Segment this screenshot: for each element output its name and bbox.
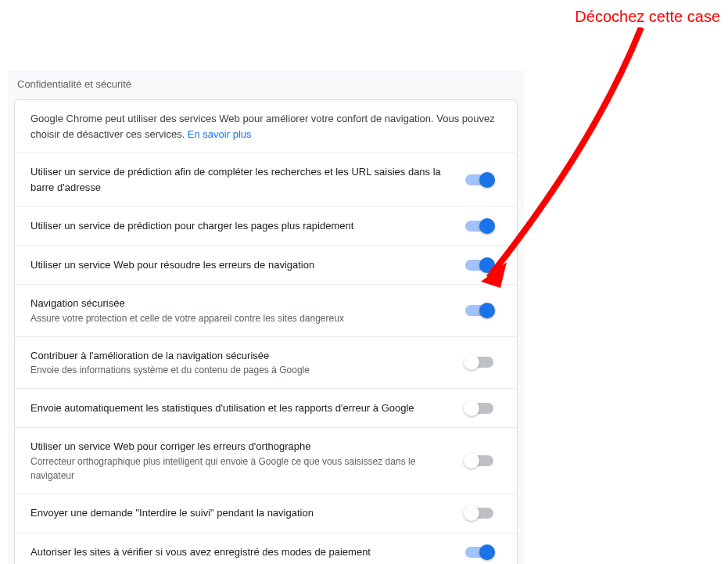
setting-title: Contribuer à l'amélioration de la naviga… (30, 348, 450, 364)
setting-title: Envoyer une demande "Interdire le suivi"… (30, 505, 450, 521)
setting-title: Utiliser un service de prédiction afin d… (30, 164, 450, 195)
setting-row-safe-browsing[interactable]: Navigation sécurisée Assure votre protec… (15, 285, 517, 337)
setting-desc: Assure votre protection et celle de votr… (30, 311, 450, 325)
setting-desc: Envoie des informations système et du co… (30, 363, 450, 377)
setting-title: Envoie automatiquement les statistiques … (30, 401, 450, 416)
setting-text: Utiliser un service Web pour corriger le… (30, 439, 465, 483)
toggle-safe-browsing[interactable] (465, 305, 493, 316)
setting-text: Utiliser un service de prédiction pour c… (30, 218, 465, 234)
toggle-spellcheck[interactable] (465, 455, 493, 466)
toggle-knob (479, 218, 495, 234)
section-title: Confidentialité et sécurité (8, 78, 524, 99)
toggle-payment-check[interactable] (465, 547, 493, 558)
toggle-improve-safe-browsing[interactable] (465, 357, 493, 368)
settings-panel: Confidentialité et sécurité Google Chrom… (8, 70, 524, 564)
setting-text: Autoriser les sites à vérifier si vous a… (30, 544, 465, 560)
setting-text: Contribuer à l'amélioration de la naviga… (30, 348, 465, 378)
toggle-knob (479, 544, 495, 560)
toggle-do-not-track[interactable] (465, 508, 493, 519)
annotation-text: Décochez cette case (575, 8, 720, 26)
setting-row-usage-stats[interactable]: Envoie automatiquement les statistiques … (15, 389, 517, 428)
setting-title: Utiliser un service Web pour corriger le… (30, 439, 450, 454)
setting-desc: Correcteur orthographique plus intellige… (30, 454, 450, 483)
intro-text: Google Chrome peut utiliser des services… (30, 113, 495, 140)
setting-text: Navigation sécurisée Assure votre protec… (30, 296, 465, 325)
setting-row-nav-errors[interactable]: Utiliser un service Web pour résoudre le… (15, 246, 517, 285)
setting-title: Navigation sécurisée (30, 296, 450, 311)
setting-text: Utiliser un service Web pour résoudre le… (30, 257, 465, 273)
setting-title: Autoriser les sites à vérifier si vous a… (30, 544, 450, 560)
toggle-knob (464, 453, 479, 469)
toggle-knob (464, 505, 479, 521)
toggle-knob (479, 303, 495, 318)
setting-title: Utiliser un service de prédiction pour c… (30, 218, 450, 234)
toggle-nav-errors[interactable] (465, 260, 493, 271)
setting-row-prediction-pages[interactable]: Utiliser un service de prédiction pour c… (15, 207, 517, 246)
toggle-knob (464, 401, 479, 416)
setting-row-prediction-url[interactable]: Utiliser un service de prédiction afin d… (15, 153, 517, 207)
intro-description: Google Chrome peut utiliser des services… (15, 100, 517, 153)
toggle-knob (464, 354, 479, 370)
toggle-prediction-pages[interactable] (465, 221, 493, 232)
toggle-knob (479, 172, 495, 188)
toggle-prediction-url[interactable] (465, 174, 493, 185)
setting-row-do-not-track[interactable]: Envoyer une demande "Interdire le suivi"… (15, 494, 517, 533)
setting-row-payment-check[interactable]: Autoriser les sites à vérifier si vous a… (15, 533, 517, 565)
setting-row-improve-safe-browsing[interactable]: Contribuer à l'amélioration de la naviga… (15, 337, 517, 390)
learn-more-link[interactable]: En savoir plus (188, 128, 252, 140)
setting-row-spellcheck[interactable]: Utiliser un service Web pour corriger le… (15, 428, 517, 494)
setting-title: Utiliser un service Web pour résoudre le… (30, 257, 450, 273)
toggle-usage-stats[interactable] (465, 403, 493, 414)
setting-text: Utiliser un service de prédiction afin d… (30, 164, 465, 195)
setting-text: Envoie automatiquement les statistiques … (30, 401, 465, 416)
toggle-knob (479, 257, 495, 273)
setting-text: Envoyer une demande "Interdire le suivi"… (30, 505, 465, 521)
settings-card: Google Chrome peut utiliser des services… (14, 99, 518, 564)
